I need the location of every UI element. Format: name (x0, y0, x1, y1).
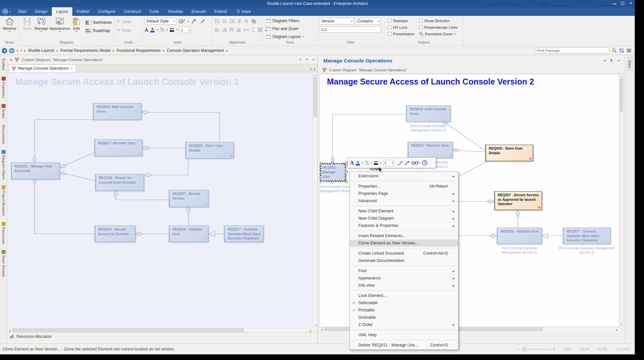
menu-item-create-linked-document[interactable]: Create Linked DocumentControl+Alt+D (350, 250, 458, 257)
eyedropper-icon[interactable] (404, 160, 410, 166)
search-icon[interactable] (612, 48, 617, 53)
zoom-slider-thumb[interactable] (523, 347, 525, 351)
selection-handle[interactable] (332, 162, 334, 164)
vertical-scrollbar[interactable]: ▲ ▼ (619, 74, 624, 327)
show-direction-checkbox[interactable]: Show Direction (419, 18, 458, 23)
grid-view-icon[interactable] (619, 48, 624, 53)
vertical-scrollbar[interactable]: ▲ ▼ (313, 72, 317, 328)
breadcrumb-item[interactable]: Formal Requirements Model (60, 48, 110, 53)
scroll-right-icon[interactable]: ▸ (314, 67, 315, 71)
pin-icon[interactable] (610, 58, 613, 63)
font-color-dropdown[interactable]: ▾ (362, 162, 363, 164)
align-width-icon[interactable] (222, 19, 227, 25)
chevron-double-icon[interactable]: » (10, 57, 12, 62)
requirement-element[interactable]: REQ377 - Console Operator Must Have Secu… (224, 226, 264, 242)
close-icon[interactable]: × (617, 58, 620, 63)
close-icon[interactable]: × (629, 1, 632, 5)
tab-construct[interactable]: Construct (120, 7, 145, 16)
space-vertical-icon[interactable] (251, 27, 256, 33)
edit-button[interactable]: Edit ▾ (71, 17, 82, 40)
appearance-button[interactable]: Appearance ▾ (50, 17, 70, 40)
zoom-out-icon[interactable]: − (518, 347, 520, 351)
font-color-button[interactable]: A (150, 27, 155, 32)
redo-button[interactable]: ↷ Redo (116, 27, 140, 34)
close-icon[interactable]: × (71, 66, 73, 70)
menu-item-printable[interactable]: ✓Printable (350, 306, 458, 314)
caret-down-icon[interactable]: ▾ (604, 59, 605, 62)
selection-handle[interactable] (345, 162, 347, 164)
line-color-dropdown[interactable]: ▾ (380, 162, 381, 164)
pan-and-zoom-button[interactable]: Pan and Zoom (266, 25, 315, 32)
sidebar-item-discussions[interactable]: Discussions (2, 125, 6, 144)
align-middle-icon[interactable] (244, 19, 249, 25)
persistent-zoom-button[interactable]: Persistent Zoom▾ (419, 31, 458, 37)
menu-item-new-child-diagram[interactable]: New Child Diagram▸ (350, 215, 458, 222)
menu-item-lock-element[interactable]: Lock Element... (350, 292, 458, 299)
bring-forward-icon[interactable] (251, 19, 257, 25)
perpendicular-lines-checkbox[interactable]: Perpendicular Lines (419, 24, 458, 30)
filter-operator-select[interactable]: Contains▾ (356, 18, 381, 24)
breadcrumb-item[interactable]: Console Operation Management (167, 48, 224, 53)
diagram-tab[interactable]: Manage Console Operations × (9, 64, 76, 72)
sidebar-item-notes[interactable]: Notes (2, 104, 6, 119)
menu-item-properties-page[interactable]: Properties Page▸ (350, 190, 458, 197)
eyedropper-icon[interactable] (191, 18, 197, 24)
menu-item-selectable[interactable]: ✓Selectable (350, 299, 458, 306)
sidebar-item-properties[interactable]: Properties (2, 77, 6, 98)
help-icon[interactable]: ? (422, 160, 428, 166)
align-top-icon[interactable] (229, 27, 234, 33)
pen-save-icon[interactable] (179, 18, 185, 24)
trace-search[interactable]: trace (236, 9, 251, 14)
align-right-icon[interactable] (222, 27, 227, 33)
format-brush-icon[interactable] (396, 160, 403, 166)
sidebar-item-resources[interactable]: Resources (2, 222, 6, 244)
selected-requirement-element[interactable]: REQ011 - Manage User Accounts (320, 163, 346, 182)
requirement-element[interactable]: REQ616 -Add Console Users (93, 103, 141, 120)
tab-design[interactable]: Design (31, 7, 52, 16)
align-height-icon[interactable] (215, 19, 220, 25)
tab-configure[interactable]: Configure (94, 7, 120, 16)
format-brush-icon[interactable] (199, 18, 205, 24)
font-button[interactable]: A (145, 27, 148, 33)
resource-allocation-bar[interactable]: Resource Allocation (7, 332, 317, 340)
sidebar-item-toolbox[interactable]: Toolbox (2, 58, 6, 71)
minimize-icon[interactable] (613, 4, 616, 4)
tab-execute[interactable]: Execute (187, 7, 210, 16)
requirement-element[interactable]: REQ026 - Validate User (497, 228, 542, 244)
diagram-filters-button[interactable]: Diagram Filters (266, 18, 315, 24)
scroll-left-icon[interactable]: ◂ (310, 67, 311, 71)
line-width-stepper[interactable]: 1 ▴▾ (180, 27, 191, 33)
menu-item-appearance[interactable]: Appearance▸ (350, 274, 458, 282)
menu-item-generate-documentation[interactable]: Generate Documentation (350, 257, 458, 264)
manage-button[interactable]: Manage ▾ (34, 17, 49, 40)
tab-start[interactable]: Start (14, 7, 31, 16)
selection-handle[interactable] (345, 181, 347, 183)
requirement-element[interactable]: REQ617 -Remove UserA (408, 142, 453, 158)
filter-field-select[interactable]: Version▾ (320, 18, 354, 24)
zoom-in-icon[interactable]: + (553, 347, 555, 351)
style-combo[interactable]: Default Style▾ (145, 18, 176, 24)
menu-item-new-child-element[interactable]: New Child Element▸ (350, 207, 458, 215)
fill-color-button[interactable] (160, 28, 164, 32)
menu-item-z-order[interactable]: Z-Order▸ (350, 321, 458, 328)
tab-layout[interactable]: Layout (52, 7, 72, 16)
selection-handle[interactable] (345, 171, 347, 173)
chevron-up-icon[interactable]: ∧ (299, 57, 302, 62)
fill-color-button[interactable] (365, 161, 369, 165)
requirement-element[interactable]: REQ617 -Remove UserA (94, 139, 142, 156)
menu-item-properties[interactable]: Properties...Alt+Return (350, 183, 458, 190)
align-size-icon[interactable] (230, 19, 235, 25)
sidebar-item-team-review[interactable]: Team Review (2, 250, 6, 277)
grid-icon[interactable] (258, 27, 263, 33)
menu-item-delete-element[interactable]: Delete 'REQ011 - Manage Use...Control+D (350, 342, 458, 349)
requirement-element[interactable]: REQ026 - Validate User (169, 226, 208, 242)
requirement-element-cloned[interactable]: REQ027 - Secure Access as Approved by la… (494, 191, 542, 210)
menu-item-insert-related-elements[interactable]: Insert Related Elements... (350, 232, 458, 239)
tab-simulate[interactable]: Simulate (163, 7, 187, 16)
menu-item-find[interactable]: Find▸ (350, 267, 458, 274)
requirement-element[interactable]: REQ018 - Report on Console User Account (95, 174, 144, 191)
menu-item-features-properties[interactable]: Features & Properties▸ (350, 222, 458, 229)
horizontal-scrollbar[interactable]: ◀ ▶ (7, 328, 313, 332)
font-button[interactable]: A (350, 160, 354, 166)
requirement-element[interactable]: REQ616 -Add Console Users (406, 105, 450, 122)
